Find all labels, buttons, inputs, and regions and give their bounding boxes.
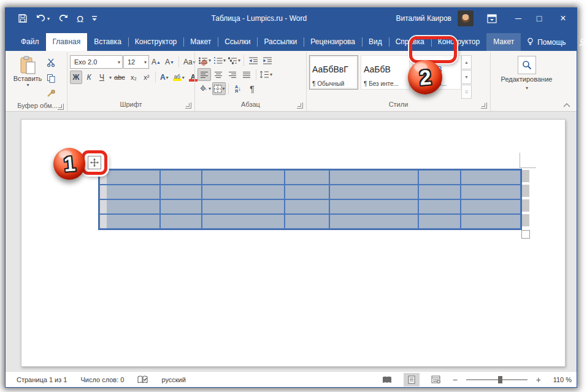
shrink-font-button[interactable]: А▼ bbox=[163, 55, 176, 69]
borders-button[interactable]: ▾ bbox=[212, 82, 226, 95]
table-cell[interactable] bbox=[461, 171, 520, 184]
sort-button[interactable]: АЯ ↓ bbox=[231, 82, 245, 95]
tab-file[interactable]: Файл bbox=[14, 33, 46, 51]
table-cell[interactable] bbox=[100, 200, 159, 213]
table-cell[interactable] bbox=[330, 215, 418, 228]
minimize-button[interactable]: ─ bbox=[508, 8, 529, 29]
read-mode-button[interactable] bbox=[379, 373, 395, 386]
multilevel-list-button[interactable]: ▾ bbox=[227, 54, 241, 67]
table-cell[interactable] bbox=[202, 200, 284, 213]
table-cell[interactable] bbox=[330, 200, 418, 213]
table-cell[interactable] bbox=[419, 185, 460, 199]
user-name[interactable]: Виталий Каиров bbox=[396, 14, 451, 23]
table-cell[interactable] bbox=[202, 171, 284, 184]
zoom-out-button[interactable]: − bbox=[453, 375, 458, 385]
tab-references[interactable]: Ссылки bbox=[218, 33, 257, 51]
table-move-handle[interactable] bbox=[88, 156, 101, 169]
styles-scroll-down[interactable]: ▼ bbox=[461, 70, 472, 84]
table-cell[interactable] bbox=[100, 185, 159, 199]
word-count[interactable]: Число слов: 0 bbox=[80, 376, 124, 383]
numbering-button[interactable]: ▾ bbox=[212, 54, 226, 67]
show-marks-button[interactable]: ¶ bbox=[245, 82, 259, 95]
table-cell[interactable] bbox=[330, 185, 418, 199]
table-cell[interactable] bbox=[461, 185, 520, 199]
zoom-slider[interactable] bbox=[466, 379, 528, 380]
proofing-status[interactable] bbox=[137, 375, 148, 384]
tab-table-layout[interactable]: Макет bbox=[486, 33, 521, 51]
symbol-button[interactable]: Ω bbox=[77, 13, 83, 24]
tab-design[interactable]: Конструктор bbox=[128, 33, 183, 51]
bullets-button[interactable]: ▾ bbox=[198, 54, 212, 67]
undo-dropdown[interactable]: ▾ bbox=[47, 16, 50, 21]
styles-scroll-up[interactable]: ▲ bbox=[461, 55, 472, 69]
table-cell[interactable] bbox=[285, 171, 329, 184]
maximize-button[interactable]: □ bbox=[529, 8, 550, 29]
tab-view[interactable]: Вид bbox=[362, 33, 389, 51]
table-cell[interactable] bbox=[161, 215, 201, 228]
qat-more-button[interactable] bbox=[91, 15, 98, 22]
justify-button[interactable] bbox=[240, 68, 253, 81]
styles-more-button[interactable]: ⍗ bbox=[461, 85, 472, 99]
table-cell[interactable] bbox=[202, 185, 284, 199]
tab-review[interactable]: Рецензирова bbox=[304, 33, 362, 51]
table-cell[interactable] bbox=[285, 215, 329, 228]
align-left-button[interactable] bbox=[198, 68, 211, 81]
zoom-level[interactable]: 110 % bbox=[550, 376, 572, 383]
superscript-button[interactable]: x² bbox=[140, 71, 153, 84]
document-page[interactable]: 1 bbox=[21, 119, 566, 367]
table-cell[interactable] bbox=[100, 171, 159, 184]
paste-button[interactable]: Вставить ▾ bbox=[10, 53, 45, 100]
underline-dropdown[interactable]: ▾ bbox=[109, 75, 112, 80]
save-button[interactable] bbox=[18, 13, 28, 23]
italic-button[interactable]: К bbox=[83, 71, 95, 84]
table-cell[interactable] bbox=[285, 200, 329, 213]
avatar[interactable] bbox=[458, 10, 474, 26]
table-cell[interactable] bbox=[461, 200, 520, 213]
table-cell[interactable] bbox=[161, 185, 201, 199]
highlight-color-button[interactable]: аб▾ bbox=[171, 71, 186, 84]
font-name-combo[interactable]: Exo 2.0 ▾ bbox=[70, 55, 123, 69]
zoom-in-button[interactable]: + bbox=[536, 375, 541, 385]
subscript-button[interactable]: x₂ bbox=[128, 71, 140, 84]
text-effects-button[interactable]: А▾ bbox=[158, 71, 171, 84]
shading-button[interactable]: ▾ bbox=[198, 82, 212, 95]
table-cell[interactable] bbox=[161, 200, 201, 213]
align-right-button[interactable] bbox=[226, 68, 239, 81]
line-spacing-button[interactable]: ▾ bbox=[259, 68, 273, 81]
document-workspace[interactable]: 1 bbox=[6, 112, 577, 371]
table-cell[interactable] bbox=[285, 185, 329, 199]
table-resize-handle[interactable] bbox=[521, 230, 530, 239]
font-size-combo[interactable]: 12 ▾ bbox=[123, 55, 149, 69]
paste-dropdown[interactable]: ▾ bbox=[26, 82, 29, 88]
share-button[interactable]: Поделиться bbox=[572, 33, 587, 51]
align-center-button[interactable] bbox=[212, 68, 225, 81]
editing-group-label[interactable]: Редактирование ▾ bbox=[501, 75, 553, 92]
format-painter-button[interactable] bbox=[45, 86, 58, 100]
table-cell[interactable] bbox=[419, 171, 460, 184]
dialog-launcher-icon[interactable] bbox=[185, 102, 191, 109]
decrease-indent-button[interactable] bbox=[247, 54, 260, 67]
language-indicator[interactable]: русский bbox=[161, 376, 185, 383]
table-cell[interactable] bbox=[419, 200, 460, 213]
table-cell[interactable] bbox=[419, 215, 460, 228]
style-card-normal[interactable]: АаБбВвГ ¶ Обычный bbox=[309, 55, 358, 90]
tell-me-help[interactable]: Помощь bbox=[521, 33, 572, 51]
find-button[interactable] bbox=[518, 56, 536, 74]
table-cell[interactable] bbox=[100, 215, 159, 228]
copy-button[interactable] bbox=[45, 71, 58, 85]
bold-button[interactable]: Ж bbox=[70, 71, 82, 84]
increase-indent-button[interactable] bbox=[261, 54, 274, 67]
page-indicator[interactable]: Страница 1 из 1 bbox=[17, 376, 67, 383]
strikethrough-button[interactable]: abc bbox=[112, 71, 127, 84]
underline-button[interactable]: Ч bbox=[96, 71, 108, 84]
table-cell[interactable] bbox=[202, 215, 284, 228]
ribbon-display-options-button[interactable] bbox=[487, 14, 497, 23]
dialog-launcher-icon[interactable] bbox=[58, 104, 64, 110]
tab-mailings[interactable]: Рассылки bbox=[257, 33, 304, 51]
web-layout-button[interactable] bbox=[428, 373, 444, 386]
undo-button[interactable]: ▾ bbox=[36, 14, 50, 23]
dialog-launcher-icon[interactable] bbox=[297, 102, 303, 109]
collapse-ribbon-button[interactable] bbox=[563, 102, 570, 107]
table-cell[interactable] bbox=[161, 171, 201, 184]
cut-button[interactable] bbox=[45, 56, 58, 69]
